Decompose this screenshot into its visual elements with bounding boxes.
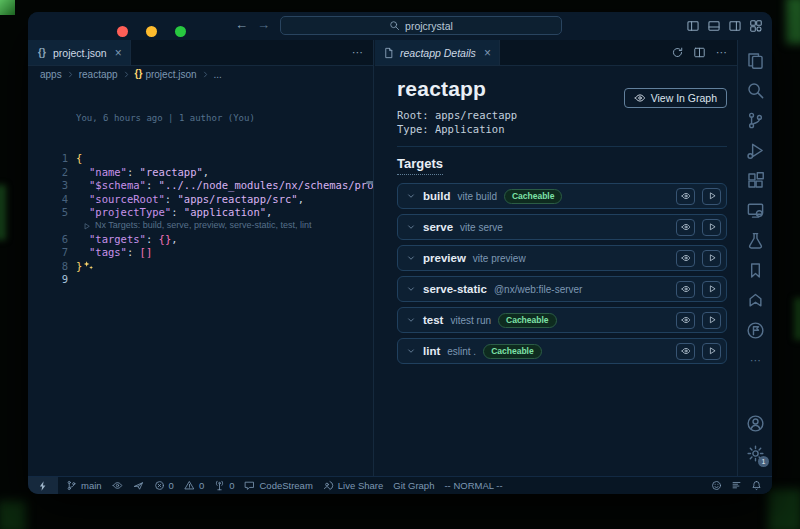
lightning-icon <box>37 480 49 492</box>
activity-item-source-control[interactable] <box>739 105 772 135</box>
view-target-button[interactable] <box>676 219 695 236</box>
minimize-window-button[interactable] <box>146 26 157 37</box>
status-gitlens-blame-toggle[interactable] <box>112 480 123 491</box>
split-editor-icon[interactable] <box>693 46 706 59</box>
status-codestream[interactable]: CodeStream <box>244 480 312 491</box>
refresh-icon[interactable] <box>671 46 684 59</box>
target-name: preview <box>423 252 466 264</box>
code-line[interactable]: 8} <box>28 260 373 274</box>
gitlens-blame-annotation[interactable]: You, 6 hours ago | 1 author (You) <box>76 112 373 125</box>
target-name: serve-static <box>423 283 487 295</box>
status-notifications[interactable] <box>751 480 762 491</box>
chevron-down-icon[interactable] <box>406 315 416 325</box>
target-row-lint[interactable]: linteslint .Cacheable <box>397 338 727 364</box>
close-window-button[interactable] <box>117 26 128 37</box>
eye-icon <box>681 253 691 263</box>
target-name: build <box>423 190 450 202</box>
eye-icon <box>681 346 691 356</box>
close-icon[interactable]: × <box>115 46 122 60</box>
tab-reactapp-details[interactable]: reactapp Details × <box>375 40 500 65</box>
target-row-test[interactable]: testvitest runCacheable <box>397 307 727 333</box>
cacheable-badge: Cacheable <box>504 189 563 204</box>
back-icon[interactable]: ← <box>235 18 248 31</box>
activity-item-search[interactable] <box>739 75 772 105</box>
command-center-search[interactable]: projcrystal <box>280 16 562 35</box>
status-rocket[interactable] <box>133 480 144 491</box>
close-icon[interactable]: × <box>484 46 491 60</box>
code-line[interactable]: 6"targets": {}, <box>28 233 373 247</box>
status-ports[interactable]: 0 <box>214 480 234 491</box>
more-actions-icon[interactable]: ⋯ <box>715 46 728 59</box>
activity-item-more-views[interactable]: ⋯ <box>739 345 772 375</box>
breadcrumb-item[interactable]: reactapp <box>77 69 120 80</box>
view-in-graph-button[interactable]: View In Graph <box>624 88 727 108</box>
status-git-graph[interactable]: Git Graph <box>393 480 434 491</box>
status-problems-errors[interactable]: 0 <box>154 480 174 491</box>
activity-item-extensions[interactable] <box>739 165 772 195</box>
code-line[interactable]: 1{ <box>28 152 373 166</box>
status-feedback-smiley[interactable] <box>711 480 722 491</box>
tab-project-json[interactable]: {} project.json × <box>28 40 131 65</box>
status-git-branch[interactable]: main <box>66 480 102 491</box>
status-problems-warnings[interactable]: 0 <box>184 480 204 491</box>
view-target-button[interactable] <box>676 250 695 267</box>
toggle-panel-right-icon[interactable] <box>728 19 742 33</box>
nx-console-icon <box>746 291 765 310</box>
targets-heading: Targets <box>397 156 443 175</box>
activity-item-flag-view[interactable] <box>739 315 772 345</box>
target-row-serve[interactable]: servevite serve <box>397 214 727 240</box>
activity-item-run-and-debug[interactable] <box>739 135 772 165</box>
play-icon <box>707 253 717 263</box>
chevron-right-icon <box>201 70 210 79</box>
chevron-down-icon[interactable] <box>406 346 416 356</box>
code-line[interactable]: 5"projectType": "application", <box>28 206 373 220</box>
code-line[interactable]: 2"name": "reactapp", <box>28 166 373 180</box>
code-editor[interactable]: You, 6 hours ago | 1 author (You) 1{2"na… <box>28 82 373 314</box>
toggle-panel-bottom-icon[interactable] <box>707 19 721 33</box>
target-row-preview[interactable]: previewvite preview <box>397 245 727 271</box>
view-target-button[interactable] <box>676 343 695 360</box>
target-row-serve-static[interactable]: serve-static@nx/web:file-server <box>397 276 727 302</box>
code-line[interactable]: 7"tags": [] <box>28 246 373 260</box>
view-target-button[interactable] <box>676 312 695 329</box>
code-line[interactable]: 9 <box>28 273 373 287</box>
activity-item-remote-explorer[interactable] <box>739 195 772 225</box>
status-remote-indicator[interactable] <box>28 477 58 494</box>
chevron-down-icon[interactable] <box>406 253 416 263</box>
forward-icon[interactable]: → <box>257 18 270 31</box>
braces-icon: {} <box>135 69 143 79</box>
activity-item-nx-console[interactable] <box>739 285 772 315</box>
breadcrumb-item[interactable]: apps <box>38 69 64 80</box>
breadcrumb-item[interactable]: {}project.json <box>133 69 199 80</box>
more-actions-icon[interactable]: ⋯ <box>351 46 364 59</box>
activity-item-testing[interactable] <box>739 225 772 255</box>
chevron-down-icon[interactable] <box>406 191 416 201</box>
run-target-button[interactable] <box>702 343 721 360</box>
breadcrumb-item[interactable]: ... <box>212 69 224 80</box>
activity-item-settings[interactable]: 1 <box>739 438 772 468</box>
more-icon: ⋯ <box>746 351 765 370</box>
code-line[interactable]: 4"sourceRoot": "apps/reactapp/src", <box>28 193 373 207</box>
status-live-share[interactable]: Live Share <box>323 480 383 491</box>
zoom-window-button[interactable] <box>175 26 186 37</box>
run-target-button[interactable] <box>702 188 721 205</box>
activity-item-explorer[interactable] <box>739 45 772 75</box>
run-target-button[interactable] <box>702 250 721 267</box>
codelens-nx-targets[interactable]: Nx Targets: build, serve, preview, serve… <box>82 220 373 233</box>
toggle-panel-left-icon[interactable] <box>686 19 700 33</box>
chevron-down-icon[interactable] <box>406 222 416 232</box>
background-art <box>768 489 800 529</box>
status-formatter[interactable] <box>731 480 742 491</box>
target-row-build[interactable]: buildvite buildCacheable <box>397 183 727 209</box>
customize-layout-icon[interactable] <box>749 19 763 33</box>
activity-item-bookmarks[interactable] <box>739 255 772 285</box>
code-line[interactable]: 3"$schema": "../../node_modules/nx/schem… <box>28 179 373 193</box>
activity-item-account[interactable] <box>739 408 772 438</box>
view-target-button[interactable] <box>676 281 695 298</box>
run-target-button[interactable] <box>702 219 721 236</box>
run-target-button[interactable] <box>702 281 721 298</box>
run-target-button[interactable] <box>702 312 721 329</box>
status-vim-mode[interactable]: -- NORMAL -- <box>444 480 502 491</box>
chevron-down-icon[interactable] <box>406 284 416 294</box>
view-target-button[interactable] <box>676 188 695 205</box>
